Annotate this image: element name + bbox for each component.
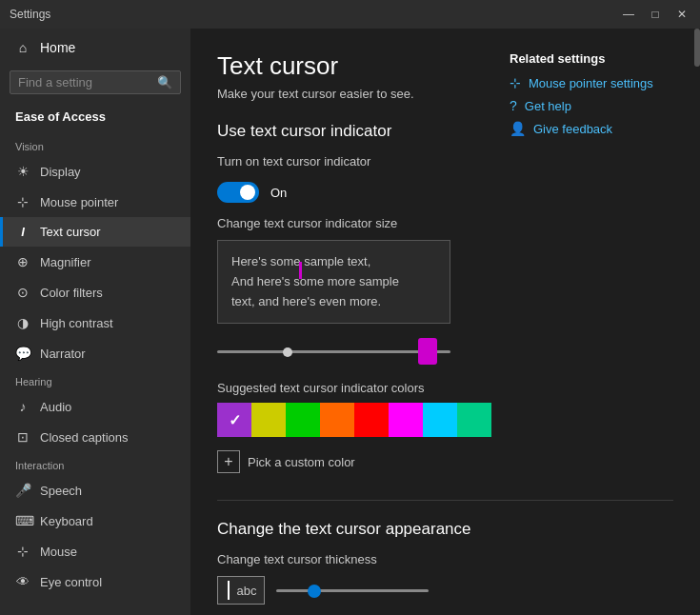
text-cursor-indicator [299,262,302,279]
sidebar-item-high-contrast[interactable]: ◑ High contrast [0,308,190,338]
toggle-switch[interactable] [217,182,259,203]
custom-color-label: Pick a custom color [248,455,355,469]
sidebar-item-label: Keyboard [40,514,93,528]
appearance-section-title: Change the text cursor appearance [217,520,673,539]
titlebar-controls: — □ ✕ [620,8,690,21]
maximize-button[interactable]: □ [647,8,664,21]
color-swatch-3[interactable] [320,403,354,437]
color-swatch-6[interactable] [423,403,457,437]
speech-icon: 🎤 [15,483,30,498]
audio-icon: ♪ [15,399,30,414]
size-slider-container[interactable] [217,337,450,366]
get-help-label: Get help [525,99,571,113]
sidebar-item-label: Text cursor [40,225,101,239]
sidebar: ⌂ Home 🔍 Ease of Access Vision ☀ Display… [0,29,190,615]
hearing-section-header: Hearing [0,368,190,391]
color-swatch-0[interactable] [217,403,251,437]
thickness-preview: abc [217,576,265,605]
size-slider-thumb-left [283,347,292,357]
interaction-section-header: Interaction [0,452,190,475]
search-icon: 🔍 [157,75,172,89]
color-swatch-5[interactable] [389,403,423,437]
sample-text-line2: And here's some more sample [231,274,399,288]
sample-text-line3: text, and here's even more. [231,294,381,308]
thickness-preview-text: abc [237,584,257,598]
sidebar-item-narrator[interactable]: 💬 Narrator [0,338,190,368]
sample-text-box: Here's some sample text, And here's some… [217,240,450,324]
sidebar-item-label: Mouse pointer [40,195,118,209]
sidebar-item-display[interactable]: ☀ Display [0,156,190,187]
color-swatch-1[interactable] [251,403,286,437]
display-icon: ☀ [15,164,30,179]
sidebar-item-label: Narrator [40,347,86,361]
sidebar-item-label: Mouse [40,545,77,559]
toggle-state-row: On [217,182,673,203]
give-feedback-label: Give feedback [533,122,612,136]
minimize-button[interactable]: — [620,8,637,21]
sidebar-item-eye-control[interactable]: 👁 Eye control [0,566,190,597]
give-feedback-link[interactable]: 👤 Give feedback [510,121,700,136]
app-container: ⌂ Home 🔍 Ease of Access Vision ☀ Display… [0,29,700,615]
toggle-state-label: On [270,186,287,200]
titlebar: Settings — □ ✕ [0,0,700,29]
sidebar-item-mouse-pointer[interactable]: ⊹ Mouse pointer [0,187,190,217]
thickness-slider[interactable] [276,589,429,592]
search-box[interactable]: 🔍 [10,70,181,94]
size-slider-thumb-right [418,338,437,365]
home-icon: ⌂ [15,40,30,55]
sidebar-item-closed-captions[interactable]: ⊡ Closed captions [0,422,190,452]
toggle-knob [240,185,255,200]
sidebar-item-label: Audio [40,400,71,414]
main-content: Related settings ⊹ Mouse pointer setting… [190,29,700,615]
sidebar-item-label: Speech [40,484,82,498]
right-panel: Related settings ⊹ Mouse pointer setting… [510,51,700,144]
sidebar-item-speech[interactable]: 🎤 Speech [0,475,190,506]
color-swatch-2[interactable] [286,403,320,437]
color-swatch-4[interactable] [354,403,389,437]
sidebar-item-home[interactable]: ⌂ Home [0,29,190,67]
sidebar-item-text-cursor[interactable]: I Text cursor [0,217,190,247]
search-input[interactable] [18,75,151,89]
get-help-icon: ? [510,98,517,113]
color-swatch-7[interactable] [457,403,491,437]
sidebar-item-magnifier[interactable]: ⊕ Magnifier [0,247,190,277]
sidebar-item-mouse[interactable]: ⊹ Mouse [0,536,190,566]
sidebar-item-audio[interactable]: ♪ Audio [0,391,190,422]
scrollbar-thumb[interactable] [694,29,700,67]
mouse-pointer-settings-link[interactable]: ⊹ Mouse pointer settings [510,75,700,90]
thickness-slider-thumb [308,585,321,598]
mouse-icon: ⊹ [15,544,30,559]
magnifier-icon: ⊕ [15,254,30,269]
sidebar-home-label: Home [40,40,75,55]
section-divider [217,500,673,501]
eye-control-icon: 👁 [15,574,30,589]
toggle-description: Turn on text cursor indicator [217,154,370,169]
get-help-link[interactable]: ? Get help [510,98,700,113]
give-feedback-icon: 👤 [510,121,526,136]
closed-captions-icon: ⊡ [15,429,30,445]
close-button[interactable]: ✕ [673,8,690,21]
size-slider-track[interactable] [217,350,450,353]
color-filters-icon: ⊙ [15,285,30,300]
thickness-row: abc [217,576,673,605]
custom-color-button[interactable]: + Pick a custom color [217,450,673,473]
sidebar-item-label: Closed captions [40,430,129,445]
titlebar-title: Settings [10,8,50,21]
color-swatches [217,403,673,437]
sidebar-item-label: Eye control [40,575,102,589]
sidebar-item-label: Color filters [40,286,103,300]
mouse-pointer-link-icon: ⊹ [510,75,521,90]
sidebar-item-keyboard[interactable]: ⌨ Keyboard [0,506,190,536]
related-settings-title: Related settings [510,51,700,66]
mouse-pointer-icon: ⊹ [15,194,30,209]
sidebar-item-label: Magnifier [40,255,90,269]
vision-section-header: Vision [0,133,190,156]
narrator-icon: 💬 [15,346,30,361]
sidebar-item-label: Display [40,165,81,179]
ease-access-label: Ease of Access [0,104,190,133]
mouse-pointer-settings-label: Mouse pointer settings [529,76,653,90]
text-cursor-icon: I [15,225,30,239]
size-label: Change text cursor indicator size [217,216,673,230]
sidebar-item-color-filters[interactable]: ⊙ Color filters [0,277,190,308]
colors-label: Suggested text cursor indicator colors [217,381,673,395]
